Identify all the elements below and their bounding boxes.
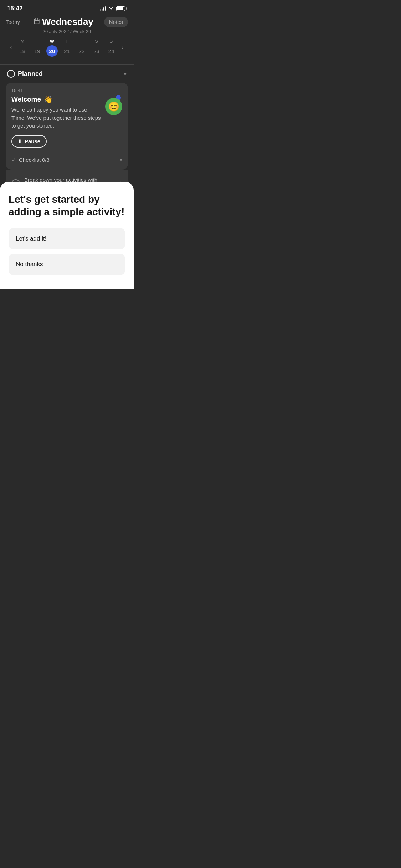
smiley-circle: 😊 <box>105 98 122 115</box>
wifi-icon <box>108 6 114 11</box>
activity-emoji: 👋 <box>44 95 53 104</box>
day-saturday[interactable]: S 23 <box>91 38 102 57</box>
header: Today Wednesday Notes 20 July 2022 / Wee… <box>0 15 134 60</box>
header-date: 20 July 2022 / Week 29 <box>6 29 128 34</box>
activity-description: We're so happy you want to use Tiimo. We… <box>11 106 102 130</box>
modal-overlay: Let's get started by adding a simple act… <box>0 182 134 289</box>
activity-card: 15:41 Welcome 👋 We're so happy you want … <box>6 83 128 170</box>
day-wednesday[interactable]: W 20 <box>46 38 58 57</box>
checklist-chevron-icon: ▾ <box>120 157 122 162</box>
header-center: Wednesday <box>31 16 93 27</box>
planned-title: Planned <box>18 70 43 78</box>
header-top: Today Wednesday Notes <box>6 16 128 27</box>
checkmark-icon: ✓ <box>11 156 16 163</box>
prev-week-button[interactable]: ‹ <box>7 42 15 53</box>
pause-button[interactable]: ⏸ Pause <box>11 135 47 148</box>
day-sunday[interactable]: S 24 <box>106 38 117 57</box>
battery-icon <box>116 6 127 11</box>
svg-rect-0 <box>34 19 39 24</box>
status-time: 15:42 <box>7 5 22 12</box>
notes-button[interactable]: Notes <box>104 17 128 27</box>
day-tuesday[interactable]: T 19 <box>31 38 43 57</box>
activity-time: 15:41 <box>11 88 122 93</box>
checklist-row[interactable]: ✓ Checklist 0/3 ▾ <box>11 153 122 165</box>
today-button[interactable]: Today <box>6 19 20 25</box>
activity-icon: 😊 <box>102 95 122 115</box>
modal-title: Let's get started by adding a simple act… <box>9 193 125 218</box>
activity-name: Welcome <box>11 95 41 103</box>
pause-icon: ⏸ <box>18 139 22 144</box>
planned-header: Planned ▾ <box>0 65 134 83</box>
week-row: ‹ M 18 T 19 W 20 T 21 F 22 S <box>6 38 128 57</box>
next-week-button[interactable]: › <box>119 42 127 53</box>
clock-icon <box>7 70 15 78</box>
planned-left: Planned <box>7 70 43 78</box>
day-monday[interactable]: M 18 <box>17 38 28 57</box>
planned-chevron-icon[interactable]: ▾ <box>124 71 127 77</box>
week-days: M 18 T 19 W 20 T 21 F 22 S 23 <box>15 38 119 57</box>
lets-add-it-button[interactable]: Let's add it! <box>9 228 125 249</box>
signal-icon <box>100 6 106 11</box>
day-thursday[interactable]: T 21 <box>61 38 72 57</box>
activity-top: Welcome 👋 We're so happy you want to use… <box>11 95 122 135</box>
calendar-icon-button[interactable] <box>34 18 40 26</box>
status-icons <box>100 6 127 11</box>
pause-label: Pause <box>25 138 40 144</box>
day-friday[interactable]: F 22 <box>76 38 87 57</box>
checklist-text: Checklist 0/3 <box>19 157 117 163</box>
status-bar: 15:42 <box>0 0 134 15</box>
no-thanks-button[interactable]: No thanks <box>9 254 125 275</box>
page-title: Wednesday <box>42 16 93 27</box>
activity-title-row: Welcome 👋 <box>11 95 102 104</box>
activity-content: Welcome 👋 We're so happy you want to use… <box>11 95 102 135</box>
